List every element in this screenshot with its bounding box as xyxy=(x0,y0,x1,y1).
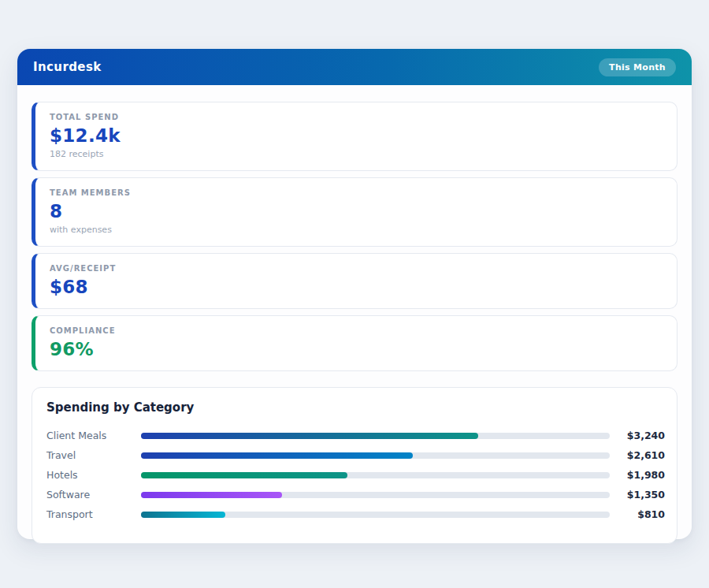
category-amount: $3,240 xyxy=(610,430,665,441)
stat-card-compliance: COMPLIANCE96% xyxy=(32,315,677,371)
period-badge[interactable]: This Month xyxy=(599,58,676,76)
chart-row-travel: Travel$2,610 xyxy=(46,445,665,465)
app-header: Incurdesk This Month xyxy=(17,49,692,85)
category-label: Travel xyxy=(46,449,141,461)
bar-fill xyxy=(141,433,478,439)
app-container: Incurdesk This Month TOTAL SPEND$12.4k18… xyxy=(17,49,692,539)
stat-subtext: 182 receipts xyxy=(50,149,663,159)
stat-subtext: with expenses xyxy=(50,225,663,235)
chart-row-hotels: Hotels$1,980 xyxy=(46,465,665,485)
bar-track xyxy=(141,452,610,459)
category-label: Hotels xyxy=(46,469,141,481)
bar-track xyxy=(141,492,610,498)
stats-list: TOTAL SPEND$12.4k182 receiptsTEAM MEMBER… xyxy=(32,102,677,371)
app-title: Incurdesk xyxy=(33,60,102,74)
bar-track xyxy=(141,472,610,478)
stat-value: $68 xyxy=(50,277,663,297)
bar-track xyxy=(141,433,610,439)
category-label: Client Meals xyxy=(46,430,141,441)
bar-fill xyxy=(141,492,282,498)
stat-label: TOTAL SPEND xyxy=(50,113,663,121)
stat-label: AVG/RECEIPT xyxy=(50,264,663,273)
category-label: Software xyxy=(46,489,141,501)
stat-card-avg-receipt: AVG/RECEIPT$68 xyxy=(32,253,677,309)
category-label: Transport xyxy=(46,508,141,520)
main-content: TOTAL SPEND$12.4k182 receiptsTEAM MEMBER… xyxy=(17,85,692,561)
bar-track xyxy=(141,512,610,518)
chart-row-software: Software$1,350 xyxy=(46,485,665,504)
stat-label: COMPLIANCE xyxy=(50,326,663,335)
chart-title: Spending by Category xyxy=(46,400,665,415)
chart-row-client-meals: Client Meals$3,240 xyxy=(46,426,665,445)
bar-fill xyxy=(141,452,413,459)
stat-value: 8 xyxy=(50,201,663,221)
category-amount: $2,610 xyxy=(610,449,665,461)
stat-card-team-members: TEAM MEMBERS8with expenses xyxy=(32,177,677,247)
bar-fill xyxy=(141,512,225,518)
bar-fill xyxy=(141,472,347,478)
category-amount: $1,980 xyxy=(610,469,665,481)
category-amount: $810 xyxy=(610,508,665,520)
stat-value: $12.4k xyxy=(50,125,663,146)
chart-rows: Client Meals$3,240Travel$2,610Hotels$1,9… xyxy=(46,426,665,524)
stat-value: 96% xyxy=(50,339,663,359)
category-amount: $1,350 xyxy=(610,489,665,501)
chart-row-transport: Transport$810 xyxy=(46,504,665,524)
spending-by-category-card: Spending by Category Client Meals$3,240T… xyxy=(32,387,677,544)
stat-card-total-spend: TOTAL SPEND$12.4k182 receipts xyxy=(32,102,677,171)
stat-label: TEAM MEMBERS xyxy=(50,188,663,197)
